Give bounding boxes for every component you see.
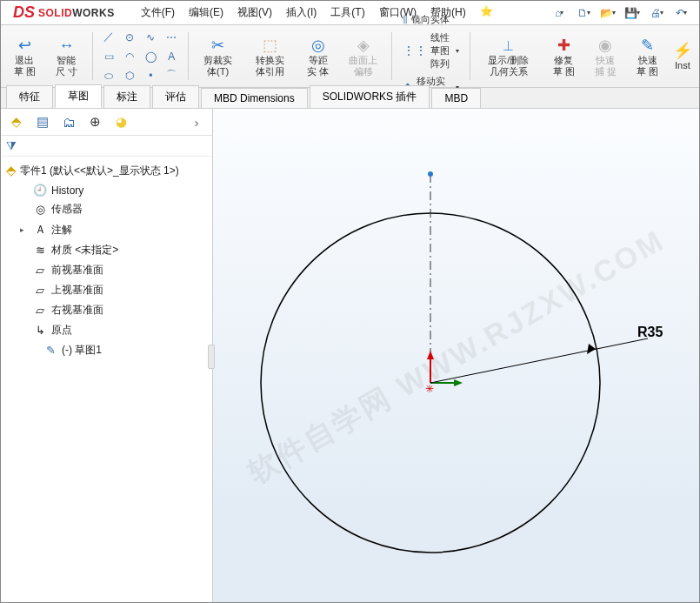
trim-icon: ✂ [211, 36, 224, 55]
origin-icon: ↳ [33, 324, 47, 337]
radius-dimension-text[interactable]: R35 [637, 325, 663, 340]
dimension-arrow-icon [587, 344, 596, 354]
repair-label: 修复草 图 [550, 55, 577, 77]
rapid-sketch-label: 快速草 图 [635, 55, 661, 77]
offset-label: 等距实 体 [305, 55, 331, 77]
point-tool-icon[interactable]: • [141, 67, 160, 84]
feature-tree-tab-icon[interactable]: ⬘ [6, 112, 27, 131]
tree-item-annotations[interactable]: ▸Ａ注解 [18, 219, 210, 240]
exit-sketch-label: 退出草 图 [11, 55, 37, 77]
open-doc-icon[interactable]: 📂▾ [598, 3, 617, 23]
menu-search-icon[interactable]: ⭐ [475, 2, 498, 23]
menu-file[interactable]: 文件(F) [136, 2, 180, 23]
linear-pattern-button[interactable]: ⋮⋮线性草图阵列▾ [399, 30, 463, 71]
tab-mbd[interactable]: MBD [431, 88, 481, 108]
tree-item-origin[interactable]: ↳原点 [18, 320, 210, 340]
quick-access-toolbar: ⌂▾ 🗋▾ 📂▾ 💾▾ 🖨▾ ↶▾ [550, 3, 696, 23]
mirror-entities-button[interactable]: ⦀镜向实体 [399, 11, 463, 28]
tab-solidworks-addins[interactable]: SOLIDWORKS 插件 [310, 85, 430, 108]
trim-entities-button[interactable]: ✂ 剪裁实 体(T) [196, 29, 240, 84]
instant-button[interactable]: ⚡ Inst [671, 29, 694, 84]
logo-text-red: SOLID [38, 7, 72, 19]
property-manager-tab-icon[interactable]: ▤ [32, 112, 53, 131]
save-icon[interactable]: 💾▾ [623, 3, 642, 23]
new-doc-icon[interactable]: 🗋▾ [574, 3, 593, 23]
filter-funnel-icon[interactable]: ⧩ [6, 138, 17, 152]
menu-edit[interactable]: 编辑(E) [183, 2, 229, 23]
polygon-tool-icon[interactable]: ⬡ [120, 67, 139, 84]
arc-tool-icon[interactable]: ◠ [120, 48, 139, 65]
tree-item-front-plane[interactable]: ▱前视基准面 [18, 260, 210, 280]
expand-tab-icon[interactable]: › [186, 112, 207, 131]
tree-root-part[interactable]: ⬘ 零件1 (默认<<默认>_显示状态 1>) [3, 160, 210, 181]
annotations-icon: Ａ [33, 222, 47, 238]
tree-item-top-plane[interactable]: ▱上视基准面 [18, 280, 210, 300]
text-tool-icon[interactable]: A [162, 48, 181, 65]
tree-item-material[interactable]: ≋材质 <未指定> [18, 240, 210, 260]
tree-label: 上视基准面 [51, 283, 103, 298]
spline-tool-icon[interactable]: ∿ [141, 29, 160, 46]
offset-entities-button[interactable]: ◎ 等距实 体 [300, 29, 337, 84]
print-icon[interactable]: 🖨▾ [647, 3, 666, 23]
expand-caret-icon[interactable]: ▸ [20, 225, 29, 234]
svg-marker-3 [454, 379, 463, 386]
ribbon-separator [470, 32, 470, 80]
title-bar: DS SOLIDWORKS 文件(F) 编辑(E) 视图(V) 插入(I) 工具… [1, 1, 699, 25]
tree-label: 材质 <未指定> [51, 243, 118, 258]
fillet-tool-icon[interactable]: ⌒ [162, 67, 181, 84]
slot-tool-icon[interactable]: ⬭ [99, 67, 118, 84]
command-manager-tabs: 特征 草图 标注 评估 MBD Dimensions SOLIDWORKS 插件… [1, 88, 699, 109]
exit-sketch-button[interactable]: ↩ 退出草 图 [6, 29, 43, 84]
tree-item-sensors[interactable]: ◎传感器 [18, 199, 210, 219]
undo-icon[interactable]: ↶▾ [671, 3, 690, 23]
side-panel-tabs: ⬘ ▤ 🗂 ⊕ ◕ › [1, 109, 212, 136]
line-tool-icon[interactable]: ／ [99, 29, 118, 46]
chevron-down-icon: ▾ [456, 47, 459, 55]
display-delete-relations-button[interactable]: ⟂ 显示/删除 几何关系 [477, 29, 540, 84]
rapid-sketch-button[interactable]: ✎ 快速草 图 [630, 29, 666, 84]
relations-icon: ⟂ [503, 36, 513, 55]
convert-entities-button[interactable]: ⬚ 转换实 体引用 [245, 29, 294, 84]
dim-manager-tab-icon[interactable]: ⊕ [84, 112, 105, 131]
rect-tool-icon[interactable]: ▭ [99, 48, 118, 65]
tree-label: 前视基准面 [51, 263, 103, 278]
config-manager-tab-icon[interactable]: 🗂 [58, 112, 79, 131]
tree-label: 传感器 [51, 202, 83, 217]
radius-dimension-leader[interactable] [430, 338, 648, 383]
smart-dimension-button[interactable]: ↔ 智能尺 寸 [48, 29, 84, 84]
tab-evaluate[interactable]: 评估 [152, 85, 199, 108]
home-icon[interactable]: ⌂▾ [550, 3, 569, 23]
graphics-area[interactable]: 软件自学网 WWW.RJZXW.COM ✳ R35 [213, 109, 699, 603]
tab-sketch[interactable]: 草图 [55, 84, 102, 108]
tree-item-right-plane[interactable]: ▱右视基准面 [18, 300, 210, 320]
tree-item-history[interactable]: 🕘History [18, 181, 210, 199]
etc-tool-icon[interactable]: ⋯ [162, 29, 181, 46]
surface-offset-label: 曲面上 偏移 [347, 55, 379, 77]
repair-sketch-button[interactable]: ✚ 修复草 图 [545, 29, 582, 84]
rapid-sketch-icon: ✎ [641, 36, 654, 55]
ellipse-tool-icon[interactable]: ◯ [141, 48, 160, 65]
endpoint-marker[interactable] [428, 171, 433, 177]
offset-icon: ◎ [311, 36, 325, 55]
tab-annotate[interactable]: 标注 [103, 85, 150, 108]
repair-icon: ✚ [557, 36, 570, 55]
tree-item-sketch1[interactable]: ✎(-) 草图1 [18, 340, 210, 360]
material-icon: ≋ [33, 244, 47, 257]
circle-tool-icon[interactable]: ⊙ [120, 29, 139, 46]
tab-features[interactable]: 特征 [6, 85, 53, 108]
menu-view[interactable]: 视图(V) [232, 2, 277, 23]
tree-label: 右视基准面 [51, 303, 103, 318]
mirror-label: 镜向实体 [411, 13, 450, 26]
instant-label: Inst [675, 60, 690, 71]
relations-label: 显示/删除 几何关系 [482, 55, 535, 77]
main-area: ⬘ ▤ 🗂 ⊕ ◕ › ⧩ ⬘ 零件1 (默认<<默认>_显示状态 1>) 🕘H… [1, 109, 699, 603]
menu-insert[interactable]: 插入(I) [281, 2, 322, 23]
app-logo: DS SOLIDWORKS [4, 3, 123, 22]
tab-mbd-dimensions[interactable]: MBD Dimensions [201, 88, 308, 108]
surface-offset-icon: ◈ [357, 36, 370, 55]
display-manager-tab-icon[interactable]: ◕ [110, 112, 131, 131]
solidworks-logo-icon: DS [13, 3, 35, 22]
menu-tools[interactable]: 工具(T) [325, 2, 370, 23]
quick-snap-button: ◉ 快速捕 捉 [587, 29, 623, 84]
quick-snap-icon: ◉ [598, 36, 612, 55]
